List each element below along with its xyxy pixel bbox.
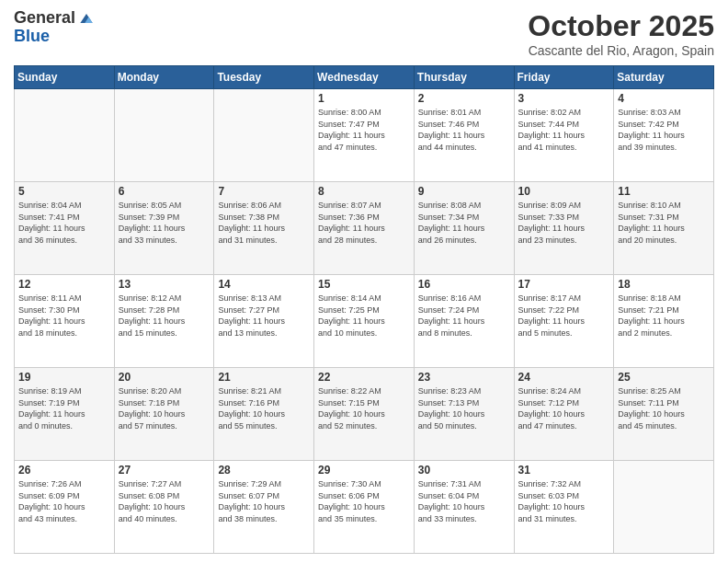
day-number: 24	[518, 371, 610, 384]
day-info: Sunrise: 7:32 AM Sunset: 6:03 PM Dayligh…	[518, 478, 610, 524]
calendar-cell: 30Sunrise: 7:31 AM Sunset: 6:04 PM Dayli…	[414, 461, 514, 554]
calendar-cell: 10Sunrise: 8:09 AM Sunset: 7:33 PM Dayli…	[514, 182, 614, 275]
calendar-cell	[614, 461, 714, 554]
day-number: 13	[119, 278, 210, 291]
day-info: Sunrise: 8:12 AM Sunset: 7:28 PM Dayligh…	[119, 293, 210, 339]
calendar-week-row: 1Sunrise: 8:00 AM Sunset: 7:47 PM Daylig…	[15, 89, 714, 182]
calendar-cell	[15, 89, 115, 182]
calendar-cell: 15Sunrise: 8:14 AM Sunset: 7:25 PM Dayli…	[314, 275, 415, 368]
day-info: Sunrise: 8:16 AM Sunset: 7:24 PM Dayligh…	[418, 293, 510, 339]
calendar-cell: 16Sunrise: 8:16 AM Sunset: 7:24 PM Dayli…	[414, 275, 514, 368]
calendar-cell: 21Sunrise: 8:21 AM Sunset: 7:16 PM Dayli…	[214, 368, 314, 461]
day-number: 23	[418, 371, 510, 384]
day-info: Sunrise: 8:06 AM Sunset: 7:38 PM Dayligh…	[218, 200, 310, 246]
day-number: 17	[518, 278, 610, 291]
day-number: 22	[318, 371, 410, 384]
day-info: Sunrise: 8:13 AM Sunset: 7:27 PM Dayligh…	[218, 293, 310, 339]
day-info: Sunrise: 7:31 AM Sunset: 6:04 PM Dayligh…	[418, 478, 510, 524]
day-number: 16	[418, 278, 510, 291]
day-info: Sunrise: 8:02 AM Sunset: 7:44 PM Dayligh…	[518, 107, 610, 153]
day-number: 11	[618, 185, 710, 198]
day-info: Sunrise: 8:22 AM Sunset: 7:15 PM Dayligh…	[318, 385, 410, 431]
calendar-cell: 22Sunrise: 8:22 AM Sunset: 7:15 PM Dayli…	[314, 368, 415, 461]
day-number: 14	[218, 278, 310, 291]
calendar-week-row: 19Sunrise: 8:19 AM Sunset: 7:19 PM Dayli…	[15, 368, 714, 461]
month-title: October 2025	[528, 9, 714, 43]
day-number: 9	[418, 185, 510, 198]
day-info: Sunrise: 8:23 AM Sunset: 7:13 PM Dayligh…	[418, 385, 510, 431]
day-info: Sunrise: 8:20 AM Sunset: 7:18 PM Dayligh…	[119, 385, 210, 431]
title-block: October 2025 Cascante del Rio, Aragon, S…	[528, 9, 714, 58]
calendar-cell: 31Sunrise: 7:32 AM Sunset: 6:03 PM Dayli…	[514, 461, 614, 554]
logo: General Blue	[14, 9, 96, 46]
day-info: Sunrise: 8:01 AM Sunset: 7:46 PM Dayligh…	[418, 107, 510, 153]
location-title: Cascante del Rio, Aragon, Spain	[528, 43, 714, 58]
calendar-week-row: 5Sunrise: 8:04 AM Sunset: 7:41 PM Daylig…	[15, 182, 714, 275]
day-info: Sunrise: 8:17 AM Sunset: 7:22 PM Dayligh…	[518, 293, 610, 339]
day-info: Sunrise: 8:08 AM Sunset: 7:34 PM Dayligh…	[418, 200, 510, 246]
day-number: 5	[18, 185, 110, 198]
day-number: 1	[318, 92, 410, 105]
calendar-cell: 18Sunrise: 8:18 AM Sunset: 7:21 PM Dayli…	[614, 275, 714, 368]
calendar-day-header: Sunday	[15, 66, 115, 89]
calendar-cell: 20Sunrise: 8:20 AM Sunset: 7:18 PM Dayli…	[114, 368, 214, 461]
day-info: Sunrise: 8:09 AM Sunset: 7:33 PM Dayligh…	[518, 200, 610, 246]
calendar-cell: 13Sunrise: 8:12 AM Sunset: 7:28 PM Dayli…	[114, 275, 214, 368]
day-number: 15	[318, 278, 410, 291]
day-info: Sunrise: 8:25 AM Sunset: 7:11 PM Dayligh…	[618, 385, 710, 431]
calendar-day-header: Monday	[114, 66, 214, 89]
calendar-cell: 5Sunrise: 8:04 AM Sunset: 7:41 PM Daylig…	[15, 182, 115, 275]
calendar-cell: 7Sunrise: 8:06 AM Sunset: 7:38 PM Daylig…	[214, 182, 314, 275]
calendar-cell: 25Sunrise: 8:25 AM Sunset: 7:11 PM Dayli…	[614, 368, 714, 461]
logo-icon	[77, 9, 96, 28]
day-info: Sunrise: 8:04 AM Sunset: 7:41 PM Dayligh…	[18, 200, 110, 246]
day-info: Sunrise: 8:19 AM Sunset: 7:19 PM Dayligh…	[18, 385, 110, 431]
day-number: 21	[218, 371, 310, 384]
day-number: 18	[618, 278, 710, 291]
calendar-header-row: SundayMondayTuesdayWednesdayThursdayFrid…	[15, 66, 714, 89]
day-info: Sunrise: 8:07 AM Sunset: 7:36 PM Dayligh…	[318, 200, 410, 246]
calendar-day-header: Wednesday	[314, 66, 415, 89]
day-info: Sunrise: 8:14 AM Sunset: 7:25 PM Dayligh…	[318, 293, 410, 339]
day-number: 29	[318, 464, 410, 477]
calendar-cell: 26Sunrise: 7:26 AM Sunset: 6:09 PM Dayli…	[15, 461, 115, 554]
day-info: Sunrise: 8:18 AM Sunset: 7:21 PM Dayligh…	[618, 293, 710, 339]
day-number: 25	[618, 371, 710, 384]
day-info: Sunrise: 7:27 AM Sunset: 6:08 PM Dayligh…	[119, 478, 210, 524]
calendar-cell: 9Sunrise: 8:08 AM Sunset: 7:34 PM Daylig…	[414, 182, 514, 275]
calendar-day-header: Tuesday	[214, 66, 314, 89]
day-number: 12	[18, 278, 110, 291]
calendar-cell: 11Sunrise: 8:10 AM Sunset: 7:31 PM Dayli…	[614, 182, 714, 275]
calendar-cell: 28Sunrise: 7:29 AM Sunset: 6:07 PM Dayli…	[214, 461, 314, 554]
day-number: 10	[518, 185, 610, 198]
calendar-day-header: Saturday	[614, 66, 714, 89]
calendar-cell: 4Sunrise: 8:03 AM Sunset: 7:42 PM Daylig…	[614, 89, 714, 182]
day-number: 30	[418, 464, 510, 477]
day-number: 19	[18, 371, 110, 384]
calendar-cell: 3Sunrise: 8:02 AM Sunset: 7:44 PM Daylig…	[514, 89, 614, 182]
calendar-cell: 6Sunrise: 8:05 AM Sunset: 7:39 PM Daylig…	[114, 182, 214, 275]
calendar-cell: 8Sunrise: 8:07 AM Sunset: 7:36 PM Daylig…	[314, 182, 415, 275]
calendar-table: SundayMondayTuesdayWednesdayThursdayFrid…	[14, 65, 714, 554]
day-number: 2	[418, 92, 510, 105]
header: General Blue October 2025 Cascante del R…	[14, 9, 714, 58]
calendar-cell: 2Sunrise: 8:01 AM Sunset: 7:46 PM Daylig…	[414, 89, 514, 182]
calendar-cell: 17Sunrise: 8:17 AM Sunset: 7:22 PM Dayli…	[514, 275, 614, 368]
day-info: Sunrise: 8:03 AM Sunset: 7:42 PM Dayligh…	[618, 107, 710, 153]
day-info: Sunrise: 7:30 AM Sunset: 6:06 PM Dayligh…	[318, 478, 410, 524]
day-info: Sunrise: 8:10 AM Sunset: 7:31 PM Dayligh…	[618, 200, 710, 246]
logo-general: General	[14, 9, 75, 28]
day-info: Sunrise: 8:11 AM Sunset: 7:30 PM Dayligh…	[18, 293, 110, 339]
day-number: 8	[318, 185, 410, 198]
calendar-day-header: Friday	[514, 66, 614, 89]
day-number: 6	[119, 185, 210, 198]
day-number: 27	[119, 464, 210, 477]
day-number: 26	[18, 464, 110, 477]
day-number: 20	[119, 371, 210, 384]
day-info: Sunrise: 8:05 AM Sunset: 7:39 PM Dayligh…	[119, 200, 210, 246]
day-number: 28	[218, 464, 310, 477]
page: General Blue October 2025 Cascante del R…	[0, 0, 728, 563]
calendar-cell	[114, 89, 214, 182]
calendar-cell: 1Sunrise: 8:00 AM Sunset: 7:47 PM Daylig…	[314, 89, 415, 182]
day-number: 7	[218, 185, 310, 198]
